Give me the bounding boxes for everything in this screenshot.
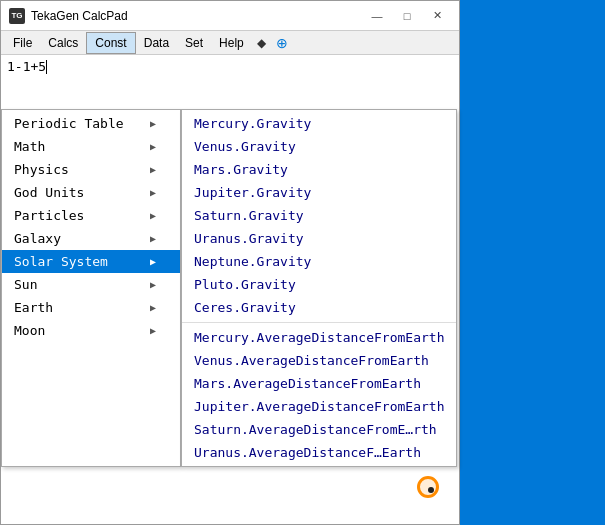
dropdown-container: Periodic Table ▶ Math ▶ Physics ▶ God Un… [1,109,457,467]
menu-periodic-table[interactable]: Periodic Table ▶ [2,112,180,135]
main-window: TG TekaGen CalcPad — □ ✕ File Calcs Cons… [0,0,460,525]
venus-avg-dist[interactable]: Venus.AverageDistanceFromEarth [182,349,456,372]
editor-area[interactable]: 1-1+5 Periodic Table ▶ Math ▶ Physics ▶ [1,55,459,524]
menu-particles[interactable]: Particles ▶ [2,204,180,227]
math-label: Math [14,139,45,154]
titlebar-left: TG TekaGen CalcPad [9,8,128,24]
moon-label: Moon [14,323,45,338]
arrow-icon: ▶ [150,256,156,267]
physics-label: Physics [14,162,69,177]
maximize-button[interactable]: □ [393,5,421,27]
periodic-table-label: Periodic Table [14,116,124,131]
menubar: File Calcs Const Data Set Help ◆ ⊕ [1,31,459,55]
venus-gravity[interactable]: Venus.Gravity [182,135,456,158]
solar-system-label: Solar System [14,254,108,269]
submenu-divider [182,322,456,323]
uranus-gravity[interactable]: Uranus.Gravity [182,227,456,250]
saturn-gravity[interactable]: Saturn.Gravity [182,204,456,227]
menu-set[interactable]: Set [177,32,211,54]
arrow-icon: ▶ [150,187,156,198]
diamond-icon-btn[interactable]: ◆ [252,32,271,54]
mercury-gravity[interactable]: Mercury.Gravity [182,112,456,135]
editor-content: 1-1+5 [7,59,453,74]
arrow-icon: ▶ [150,233,156,244]
menu-god-units[interactable]: God Units ▶ [2,181,180,204]
sun-label: Sun [14,277,37,292]
particles-label: Particles [14,208,84,223]
menu-math[interactable]: Math ▶ [2,135,180,158]
pluto-gravity[interactable]: Pluto.Gravity [182,273,456,296]
app-icon: TG [9,8,25,24]
text-cursor [46,60,47,74]
titlebar-controls: — □ ✕ [363,5,451,27]
arrow-icon: ▶ [150,302,156,313]
ceres-gravity[interactable]: Ceres.Gravity [182,296,456,319]
solar-system-submenu: Mercury.Gravity Venus.Gravity Mars.Gravi… [181,109,457,467]
mars-avg-dist[interactable]: Mars.AverageDistanceFromEarth [182,372,456,395]
editor-text: 1-1+5 [7,59,46,74]
uranus-avg-dist[interactable]: Uranus.AverageDistanceF…Earth [182,441,456,464]
earth-label: Earth [14,300,53,315]
menu-moon[interactable]: Moon ▶ [2,319,180,342]
menu-sun[interactable]: Sun ▶ [2,273,180,296]
arrow-icon: ▶ [150,118,156,129]
diamond-icon: ◆ [257,36,266,50]
mercury-avg-dist[interactable]: Mercury.AverageDistanceFromEarth [182,326,456,349]
galaxy-label: Galaxy [14,231,61,246]
god-units-label: God Units [14,185,84,200]
jupiter-avg-dist[interactable]: Jupiter.AverageDistanceFromEarth [182,395,456,418]
menu-physics[interactable]: Physics ▶ [2,158,180,181]
titlebar-title: TekaGen CalcPad [31,9,128,23]
close-button[interactable]: ✕ [423,5,451,27]
jupiter-gravity[interactable]: Jupiter.Gravity [182,181,456,204]
add-icon-btn[interactable]: ⊕ [271,32,293,54]
menu-file[interactable]: File [5,32,40,54]
menu-galaxy[interactable]: Galaxy ▶ [2,227,180,250]
menu-const[interactable]: Const [86,32,135,54]
arrow-icon: ▶ [150,141,156,152]
arrow-icon: ▶ [150,279,156,290]
menu-earth[interactable]: Earth ▶ [2,296,180,319]
arrow-icon: ▶ [150,325,156,336]
neptune-gravity[interactable]: Neptune.Gravity [182,250,456,273]
saturn-avg-dist[interactable]: Saturn.AverageDistanceFromE…rth [182,418,456,441]
mars-gravity[interactable]: Mars.Gravity [182,158,456,181]
menu-calcs[interactable]: Calcs [40,32,86,54]
arrow-icon: ▶ [150,164,156,175]
minimize-button[interactable]: — [363,5,391,27]
titlebar: TG TekaGen CalcPad — □ ✕ [1,1,459,31]
menu-solar-system[interactable]: Solar System ▶ [2,250,180,273]
add-circle-icon: ⊕ [276,35,288,51]
menu-help[interactable]: Help [211,32,252,54]
const-dropdown: Periodic Table ▶ Math ▶ Physics ▶ God Un… [1,109,181,467]
arrow-icon: ▶ [150,210,156,221]
menu-data[interactable]: Data [136,32,177,54]
